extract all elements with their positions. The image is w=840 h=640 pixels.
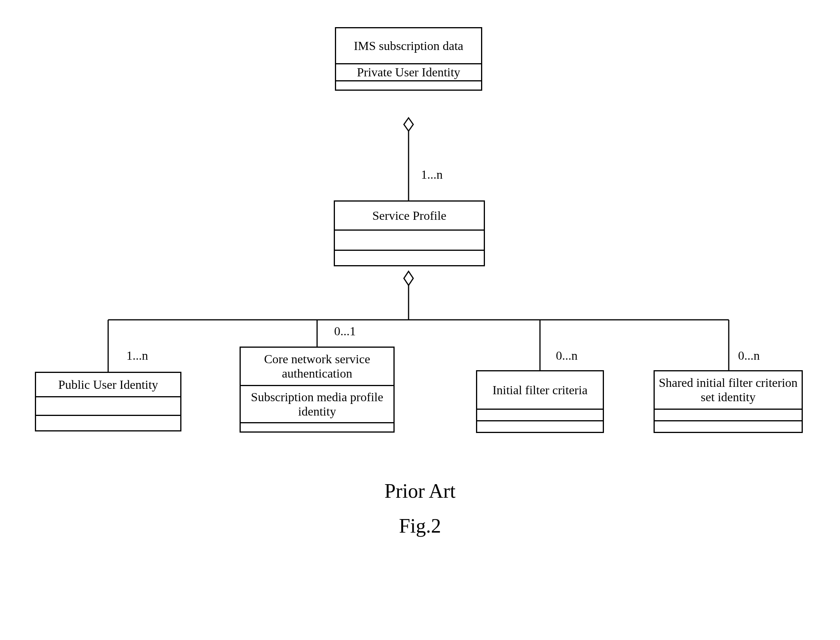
uml-class-title: IMS subscription data [354,39,464,53]
uml-class-ims: IMS subscription data Private User Ident… [335,27,482,91]
caption-figure-number: Fig.2 [0,514,840,537]
uml-class-title: Core network service authentication [244,352,390,381]
uml-class-title: Shared initial filter criterion set iden… [658,376,799,404]
uml-class-public-user-identity: Public User Identity [35,372,181,431]
svg-marker-0 [404,118,413,131]
uml-attribute: Private User Identity [357,65,461,79]
uml-class-initial-filter-criteria: Initial filter criteria [476,370,604,433]
uml-class-title: Initial filter criteria [492,383,587,397]
caption-prior-art: Prior Art [0,480,840,502]
multiplicity-label: 0...1 [333,324,357,338]
uml-class-shared-ifc-set-identity: Shared initial filter criterion set iden… [654,370,803,433]
svg-marker-1 [404,271,413,285]
connector-lines [0,0,840,640]
multiplicity-label: 0...n [554,348,579,363]
uml-class-core-network-service-auth: Core network service authentication Subs… [240,347,395,433]
uml-class-service-profile: Service Profile [334,200,485,266]
multiplicity-label: 1...n [419,167,444,182]
multiplicity-label: 1...n [125,348,150,363]
uml-class-title: Public User Identity [58,378,158,392]
uml-attribute: Subscription media profile identity [244,390,390,419]
uml-class-title: Service Profile [372,209,446,223]
multiplicity-label: 0...n [737,348,761,363]
